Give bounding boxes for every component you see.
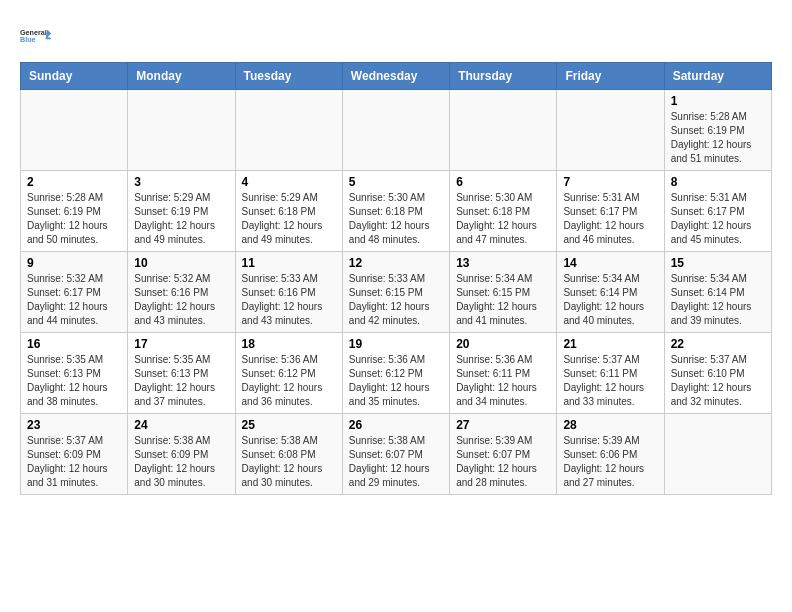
day-info: Sunrise: 5:35 AM Sunset: 6:13 PM Dayligh… [27,353,121,409]
day-number: 6 [456,175,550,189]
day-info: Sunrise: 5:38 AM Sunset: 6:09 PM Dayligh… [134,434,228,490]
day-number: 26 [349,418,443,432]
calendar-cell: 11Sunrise: 5:33 AM Sunset: 6:16 PM Dayli… [235,252,342,333]
calendar-cell: 5Sunrise: 5:30 AM Sunset: 6:18 PM Daylig… [342,171,449,252]
calendar-cell: 1Sunrise: 5:28 AM Sunset: 6:19 PM Daylig… [664,90,771,171]
calendar-cell: 27Sunrise: 5:39 AM Sunset: 6:07 PM Dayli… [450,414,557,495]
calendar-cell: 12Sunrise: 5:33 AM Sunset: 6:15 PM Dayli… [342,252,449,333]
day-number: 11 [242,256,336,270]
logo: GeneralBlue [20,20,52,52]
page-header: GeneralBlue [20,20,772,52]
calendar-week-5: 23Sunrise: 5:37 AM Sunset: 6:09 PM Dayli… [21,414,772,495]
day-number: 7 [563,175,657,189]
calendar-cell [235,90,342,171]
day-info: Sunrise: 5:34 AM Sunset: 6:15 PM Dayligh… [456,272,550,328]
calendar-cell: 26Sunrise: 5:38 AM Sunset: 6:07 PM Dayli… [342,414,449,495]
day-number: 19 [349,337,443,351]
calendar-cell: 13Sunrise: 5:34 AM Sunset: 6:15 PM Dayli… [450,252,557,333]
calendar-cell [342,90,449,171]
day-info: Sunrise: 5:38 AM Sunset: 6:07 PM Dayligh… [349,434,443,490]
day-number: 10 [134,256,228,270]
weekday-thursday: Thursday [450,63,557,90]
day-number: 12 [349,256,443,270]
weekday-header-row: SundayMondayTuesdayWednesdayThursdayFrid… [21,63,772,90]
day-number: 22 [671,337,765,351]
calendar-week-1: 1Sunrise: 5:28 AM Sunset: 6:19 PM Daylig… [21,90,772,171]
calendar-cell: 10Sunrise: 5:32 AM Sunset: 6:16 PM Dayli… [128,252,235,333]
logo-icon: GeneralBlue [20,20,52,52]
calendar-cell: 16Sunrise: 5:35 AM Sunset: 6:13 PM Dayli… [21,333,128,414]
day-number: 2 [27,175,121,189]
calendar-cell: 6Sunrise: 5:30 AM Sunset: 6:18 PM Daylig… [450,171,557,252]
day-number: 15 [671,256,765,270]
calendar-cell [128,90,235,171]
svg-text:Blue: Blue [20,35,36,44]
day-info: Sunrise: 5:29 AM Sunset: 6:18 PM Dayligh… [242,191,336,247]
day-number: 13 [456,256,550,270]
day-info: Sunrise: 5:34 AM Sunset: 6:14 PM Dayligh… [671,272,765,328]
calendar-cell: 22Sunrise: 5:37 AM Sunset: 6:10 PM Dayli… [664,333,771,414]
day-number: 18 [242,337,336,351]
day-number: 21 [563,337,657,351]
calendar-cell: 7Sunrise: 5:31 AM Sunset: 6:17 PM Daylig… [557,171,664,252]
day-info: Sunrise: 5:36 AM Sunset: 6:11 PM Dayligh… [456,353,550,409]
calendar-cell: 17Sunrise: 5:35 AM Sunset: 6:13 PM Dayli… [128,333,235,414]
calendar-week-2: 2Sunrise: 5:28 AM Sunset: 6:19 PM Daylig… [21,171,772,252]
calendar-cell: 3Sunrise: 5:29 AM Sunset: 6:19 PM Daylig… [128,171,235,252]
day-info: Sunrise: 5:33 AM Sunset: 6:16 PM Dayligh… [242,272,336,328]
day-info: Sunrise: 5:39 AM Sunset: 6:06 PM Dayligh… [563,434,657,490]
day-info: Sunrise: 5:32 AM Sunset: 6:17 PM Dayligh… [27,272,121,328]
calendar-cell: 24Sunrise: 5:38 AM Sunset: 6:09 PM Dayli… [128,414,235,495]
weekday-monday: Monday [128,63,235,90]
calendar-cell [21,90,128,171]
calendar-cell: 25Sunrise: 5:38 AM Sunset: 6:08 PM Dayli… [235,414,342,495]
day-number: 17 [134,337,228,351]
day-info: Sunrise: 5:39 AM Sunset: 6:07 PM Dayligh… [456,434,550,490]
day-info: Sunrise: 5:35 AM Sunset: 6:13 PM Dayligh… [134,353,228,409]
day-number: 3 [134,175,228,189]
day-number: 5 [349,175,443,189]
calendar-week-3: 9Sunrise: 5:32 AM Sunset: 6:17 PM Daylig… [21,252,772,333]
weekday-wednesday: Wednesday [342,63,449,90]
day-info: Sunrise: 5:29 AM Sunset: 6:19 PM Dayligh… [134,191,228,247]
day-info: Sunrise: 5:37 AM Sunset: 6:11 PM Dayligh… [563,353,657,409]
calendar-cell: 15Sunrise: 5:34 AM Sunset: 6:14 PM Dayli… [664,252,771,333]
day-info: Sunrise: 5:30 AM Sunset: 6:18 PM Dayligh… [349,191,443,247]
day-info: Sunrise: 5:33 AM Sunset: 6:15 PM Dayligh… [349,272,443,328]
day-info: Sunrise: 5:36 AM Sunset: 6:12 PM Dayligh… [349,353,443,409]
day-info: Sunrise: 5:37 AM Sunset: 6:10 PM Dayligh… [671,353,765,409]
day-number: 14 [563,256,657,270]
calendar-cell: 14Sunrise: 5:34 AM Sunset: 6:14 PM Dayli… [557,252,664,333]
weekday-sunday: Sunday [21,63,128,90]
calendar-cell: 2Sunrise: 5:28 AM Sunset: 6:19 PM Daylig… [21,171,128,252]
calendar-cell [450,90,557,171]
calendar-cell: 18Sunrise: 5:36 AM Sunset: 6:12 PM Dayli… [235,333,342,414]
calendar-cell: 9Sunrise: 5:32 AM Sunset: 6:17 PM Daylig… [21,252,128,333]
day-number: 16 [27,337,121,351]
weekday-tuesday: Tuesday [235,63,342,90]
day-info: Sunrise: 5:31 AM Sunset: 6:17 PM Dayligh… [563,191,657,247]
calendar-cell: 21Sunrise: 5:37 AM Sunset: 6:11 PM Dayli… [557,333,664,414]
day-info: Sunrise: 5:30 AM Sunset: 6:18 PM Dayligh… [456,191,550,247]
day-number: 8 [671,175,765,189]
calendar-header: SundayMondayTuesdayWednesdayThursdayFrid… [21,63,772,90]
day-info: Sunrise: 5:36 AM Sunset: 6:12 PM Dayligh… [242,353,336,409]
day-number: 25 [242,418,336,432]
calendar-cell: 28Sunrise: 5:39 AM Sunset: 6:06 PM Dayli… [557,414,664,495]
calendar-table: SundayMondayTuesdayWednesdayThursdayFrid… [20,62,772,495]
calendar-cell: 4Sunrise: 5:29 AM Sunset: 6:18 PM Daylig… [235,171,342,252]
day-info: Sunrise: 5:32 AM Sunset: 6:16 PM Dayligh… [134,272,228,328]
day-number: 4 [242,175,336,189]
calendar-cell [664,414,771,495]
day-number: 28 [563,418,657,432]
calendar-cell: 23Sunrise: 5:37 AM Sunset: 6:09 PM Dayli… [21,414,128,495]
day-info: Sunrise: 5:31 AM Sunset: 6:17 PM Dayligh… [671,191,765,247]
weekday-friday: Friday [557,63,664,90]
day-info: Sunrise: 5:34 AM Sunset: 6:14 PM Dayligh… [563,272,657,328]
calendar-cell: 8Sunrise: 5:31 AM Sunset: 6:17 PM Daylig… [664,171,771,252]
day-number: 24 [134,418,228,432]
calendar-cell: 20Sunrise: 5:36 AM Sunset: 6:11 PM Dayli… [450,333,557,414]
day-number: 1 [671,94,765,108]
day-info: Sunrise: 5:28 AM Sunset: 6:19 PM Dayligh… [27,191,121,247]
day-info: Sunrise: 5:28 AM Sunset: 6:19 PM Dayligh… [671,110,765,166]
